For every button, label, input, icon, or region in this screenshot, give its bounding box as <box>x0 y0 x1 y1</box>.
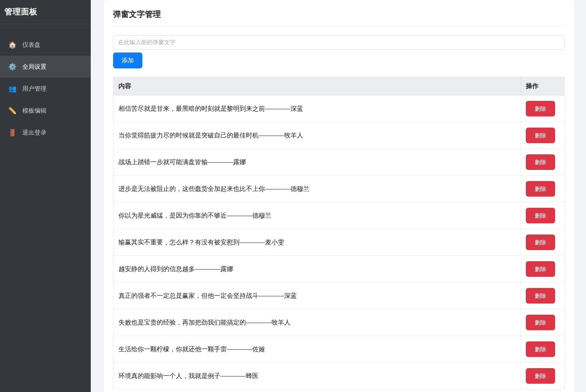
sidebar-item-label: 模板编辑 <box>22 107 46 115</box>
pencil-icon: ✏️ <box>8 107 16 115</box>
row-text: 真正的强者不一定总是赢家，但他一定会坚持战斗————深蓝 <box>113 283 521 309</box>
sidebar-item-label: 退出登录 <box>22 129 46 137</box>
row-text: 你以为星光威猛，是因为你靠的不够近————德穆兰 <box>113 202 521 229</box>
new-popup-text-input[interactable] <box>113 35 565 50</box>
table-row: 失败也是宝贵的经验，再加把劲我们能搞定的————牧羊人 删除 <box>113 309 565 336</box>
users-icon: 👥 <box>8 85 16 93</box>
delete-button[interactable]: 删除 <box>526 368 555 384</box>
row-text: 战场上踏错一步就可能满盘皆输————露娜 <box>113 149 521 176</box>
delete-button[interactable]: 删除 <box>526 208 555 223</box>
table-row: 当你觉得筋疲力尽的时候就是突破自己的最佳时机————牧羊人 删除 <box>113 122 565 149</box>
sidebar-title: 管理面板 <box>0 0 91 24</box>
delete-button[interactable]: 删除 <box>526 181 555 197</box>
table-row: 环境真的能影响一个人，我就是例子————蜂医 删除 <box>113 363 565 389</box>
delete-button[interactable]: 删除 <box>526 234 555 250</box>
action-column-header: 操作 <box>521 77 565 95</box>
door-icon: 🚪 <box>8 129 16 136</box>
delete-button[interactable]: 删除 <box>526 154 555 170</box>
table-row: 越安静的人得到的信息越多————露娜 删除 <box>113 256 565 283</box>
delete-button[interactable]: 删除 <box>526 128 555 143</box>
row-text: 环境真的能影响一个人，我就是例子————蜂医 <box>113 363 521 389</box>
row-text: 失败也是宝贵的经验，再加把劲我们能搞定的————牧羊人 <box>113 309 521 336</box>
table-body: 相信苦尽就是甘来，最黑暗的时刻就是黎明到来之前————深蓝 删除 当你觉得筋疲力… <box>113 95 565 389</box>
content-column-header: 内容 <box>113 77 521 95</box>
popup-text-card: 弹窗文字管理 添加 内容 操作 相信苦尽就是甘来，最黑暗的时刻就是黎明到来之前—… <box>104 0 574 392</box>
delete-button[interactable]: 删除 <box>526 101 555 116</box>
sidebar-item-label: 用户管理 <box>22 85 46 93</box>
title-divider <box>113 26 565 26</box>
table-row: 生活给你一颗柠檬，你就还他一颗手雷————佐娅 删除 <box>113 336 565 363</box>
home-icon: 🏠 <box>8 41 16 49</box>
table-row: 进步是无法被阻止的，这些蠢货全加起来也比不上你————德穆兰 删除 <box>113 176 565 202</box>
table-header: 内容 操作 <box>113 77 565 95</box>
row-text: 输赢其实不重要，怎么样？有没有被安慰到————麦小雯 <box>113 229 521 256</box>
sidebar-item-label: 全局设置 <box>22 63 46 71</box>
sidebar-item-logout[interactable]: 🚪 退出登录 <box>0 122 91 144</box>
row-text: 生活给你一颗柠檬，你就还他一颗手雷————佐娅 <box>113 336 521 363</box>
sidebar-item-template-edit[interactable]: ✏️ 模板编辑 <box>0 100 91 122</box>
sidebar-item-dashboard[interactable]: 🏠 仪表盘 <box>0 34 91 56</box>
row-text: 相信苦尽就是甘来，最黑暗的时刻就是黎明到来之前————深蓝 <box>113 95 521 122</box>
page-title: 弹窗文字管理 <box>113 9 565 19</box>
sidebar-item-label: 仪表盘 <box>22 41 40 49</box>
row-text: 越安静的人得到的信息越多————露娜 <box>113 256 521 283</box>
row-text: 当你觉得筋疲力尽的时候就是突破自己的最佳时机————牧羊人 <box>113 122 521 149</box>
table-row: 相信苦尽就是甘来，最黑暗的时刻就是黎明到来之前————深蓝 删除 <box>113 95 565 122</box>
delete-button[interactable]: 删除 <box>526 261 555 277</box>
table-row: 你以为星光威猛，是因为你靠的不够近————德穆兰 删除 <box>113 202 565 229</box>
row-text: 进步是无法被阻止的，这些蠢货全加起来也比不上你————德穆兰 <box>113 176 521 202</box>
delete-button[interactable]: 删除 <box>526 341 555 357</box>
popup-text-table: 内容 操作 相信苦尽就是甘来，最黑暗的时刻就是黎明到来之前————深蓝 删除 当… <box>113 77 565 389</box>
table-header-row: 内容 操作 <box>113 77 565 95</box>
delete-button[interactable]: 删除 <box>526 288 555 304</box>
delete-button[interactable]: 删除 <box>526 315 555 330</box>
sidebar-item-global-settings[interactable]: ⚙️ 全局设置 <box>0 56 91 78</box>
sidebar-item-user-management[interactable]: 👥 用户管理 <box>0 78 91 100</box>
sidebar-nav: 🏠 仪表盘 ⚙️ 全局设置 👥 用户管理 ✏️ 模板编辑 🚪 退出登录 <box>0 24 91 144</box>
add-button[interactable]: 添加 <box>113 52 142 68</box>
table-row: 真正的强者不一定总是赢家，但他一定会坚持战斗————深蓝 删除 <box>113 283 565 309</box>
main-content: 弹窗文字管理 添加 内容 操作 相信苦尽就是甘来，最黑暗的时刻就是黎明到来之前—… <box>91 0 586 392</box>
sidebar: 管理面板 🏠 仪表盘 ⚙️ 全局设置 👥 用户管理 ✏️ 模板编辑 🚪 退出登录 <box>0 0 91 392</box>
table-row: 输赢其实不重要，怎么样？有没有被安慰到————麦小雯 删除 <box>113 229 565 256</box>
table-row: 战场上踏错一步就可能满盘皆输————露娜 删除 <box>113 149 565 176</box>
gear-icon: ⚙️ <box>8 63 16 71</box>
